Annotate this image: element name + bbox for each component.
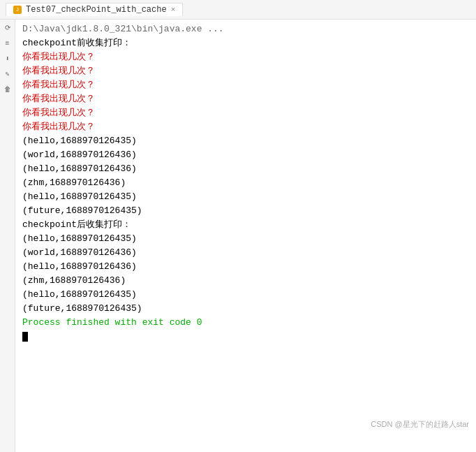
tab-close-button[interactable]: × bbox=[171, 6, 176, 14]
active-tab[interactable]: J Test07_checkPoint_with_cache × bbox=[6, 3, 183, 16]
console-line: (zhm,1688970126436) bbox=[18, 274, 476, 288]
title-bar: J Test07_checkPoint_with_cache × bbox=[0, 0, 476, 20]
gutter-icon-download[interactable]: ⬇ bbox=[2, 53, 13, 64]
console-line: (world,1688970126436) bbox=[18, 246, 476, 260]
console-line: 你看我出现几次？ bbox=[18, 92, 476, 106]
console-line: 你看我出现几次？ bbox=[18, 50, 476, 64]
gutter-icon-menu[interactable]: ≡ bbox=[2, 38, 13, 49]
console-line: 你看我出现几次？ bbox=[18, 64, 476, 78]
console-line: (world,1688970126436) bbox=[18, 148, 476, 162]
tab-file-icon: J bbox=[13, 6, 22, 14]
console-line: checkpoint前收集打印： bbox=[18, 36, 476, 50]
gutter-icon-edit[interactable]: ✎ bbox=[2, 68, 13, 80]
gutter-icon-delete[interactable]: 🗑 bbox=[2, 84, 13, 95]
console-line: (future,1688970126435) bbox=[18, 204, 476, 218]
cursor-line bbox=[18, 330, 476, 344]
console-line: (hello,1688970126436) bbox=[18, 260, 476, 274]
tab-label: Test07_checkPoint_with_cache bbox=[26, 5, 167, 15]
console-line: (hello,1688970126436) bbox=[18, 162, 476, 176]
text-cursor bbox=[22, 332, 28, 342]
console-line: 你看我出现几次？ bbox=[18, 78, 476, 92]
console-area: D:\Java\jdk1.8.0_321\bin\java.exe ...che… bbox=[15, 20, 476, 452]
main-container: ⟳ ≡ ⬇ ✎ 🗑 D:\Java\jdk1.8.0_321\bin\java.… bbox=[0, 20, 476, 452]
console-line: Process finished with exit code 0 bbox=[18, 316, 476, 330]
console-line: (hello,1688970126435) bbox=[18, 134, 476, 148]
watermark: CSDN @星光下的赶路人star bbox=[371, 419, 469, 430]
console-line: 你看我出现几次？ bbox=[18, 120, 476, 134]
left-gutter: ⟳ ≡ ⬇ ✎ 🗑 bbox=[0, 20, 15, 452]
gutter-icon-run[interactable]: ⟳ bbox=[2, 22, 13, 34]
console-line: (future,1688970126435) bbox=[18, 302, 476, 316]
console-line: (hello,1688970126435) bbox=[18, 288, 476, 302]
console-line: (hello,1688970126435) bbox=[18, 232, 476, 246]
console-line: 你看我出现几次？ bbox=[18, 106, 476, 120]
console-line: (hello,1688970126435) bbox=[18, 190, 476, 204]
console-line: (zhm,1688970126436) bbox=[18, 176, 476, 190]
console-line: D:\Java\jdk1.8.0_321\bin\java.exe ... bbox=[18, 22, 476, 36]
console-line: checkpoint后收集打印： bbox=[18, 218, 476, 232]
